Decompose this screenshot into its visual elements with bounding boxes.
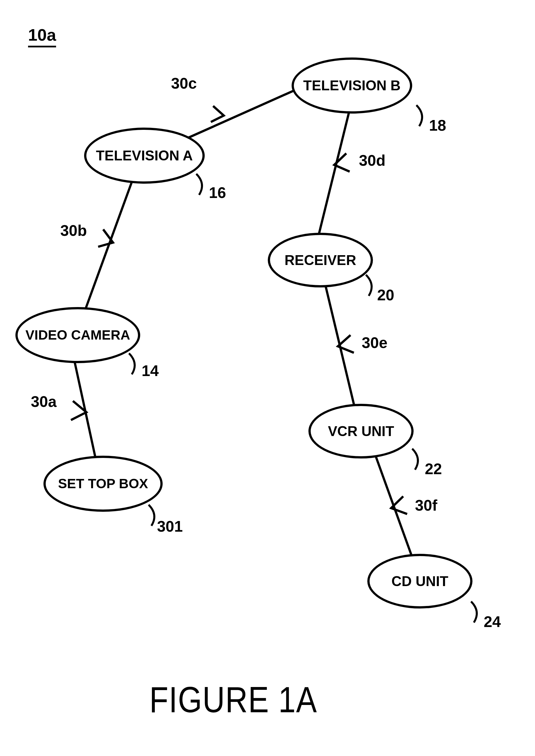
- node-label: TELEVISION B: [303, 77, 400, 94]
- arrow-30c: [211, 106, 224, 122]
- ref-television-b: 18: [429, 116, 446, 134]
- node-label: TELEVISION A: [96, 147, 193, 164]
- ref-hook-301: [149, 505, 154, 526]
- edge-30a: [74, 360, 96, 460]
- edge-label-30f: 30f: [415, 496, 437, 514]
- arrow-30f: [391, 496, 407, 514]
- edge-30b: [85, 182, 132, 311]
- ref-receiver: 20: [377, 286, 394, 304]
- node-video-camera: VIDEO CAMERA: [15, 307, 140, 363]
- ref-set-top-box: 301: [157, 518, 183, 535]
- ref-hook-18: [416, 105, 422, 126]
- node-label: CD UNIT: [391, 573, 448, 590]
- ref-hook-22: [412, 449, 418, 470]
- edge-label-30c: 30c: [171, 74, 197, 92]
- ref-television-a: 16: [209, 184, 226, 202]
- ref-cd-unit: 24: [484, 613, 501, 630]
- ref-vcr-unit: 22: [425, 460, 442, 478]
- diagram-stage: 10a TEL: [0, 0, 535, 756]
- arrow-30d: [334, 154, 350, 172]
- arrow-30e: [338, 335, 354, 353]
- arrow-30b: [98, 229, 113, 247]
- node-label: VIDEO CAMERA: [25, 327, 130, 343]
- node-set-top-box: SET TOP BOX: [43, 456, 163, 512]
- node-label: VCR UNIT: [328, 423, 394, 440]
- edge-label-30a: 30a: [31, 393, 57, 410]
- ref-hook-14: [129, 353, 135, 374]
- node-label: RECEIVER: [285, 252, 356, 269]
- node-television-b: TELEVISION B: [292, 58, 412, 114]
- node-cd-unit: CD UNIT: [367, 554, 472, 608]
- edge-label-30b: 30b: [60, 221, 87, 239]
- ref-video-camera: 14: [142, 362, 159, 380]
- edge-30e: [325, 285, 355, 408]
- edge-30d: [318, 112, 349, 237]
- node-vcr-unit: VCR UNIT: [308, 404, 413, 459]
- edge-label-30d: 30d: [359, 152, 385, 169]
- node-television-a: TELEVISION A: [84, 127, 205, 184]
- figure-id: 10a: [28, 25, 56, 47]
- edge-label-30e: 30e: [362, 334, 387, 351]
- ref-hook-16: [196, 174, 202, 195]
- node-label: SET TOP BOX: [58, 476, 148, 492]
- figure-caption: FIGURE 1A: [150, 679, 318, 721]
- ref-hook-24: [471, 602, 477, 623]
- ref-hook-20: [366, 275, 372, 296]
- edge-30c: [182, 84, 309, 141]
- node-receiver: RECEIVER: [268, 233, 373, 288]
- arrow-30a: [71, 401, 86, 420]
- edges-layer: [0, 0, 535, 756]
- edge-30f: [376, 456, 412, 557]
